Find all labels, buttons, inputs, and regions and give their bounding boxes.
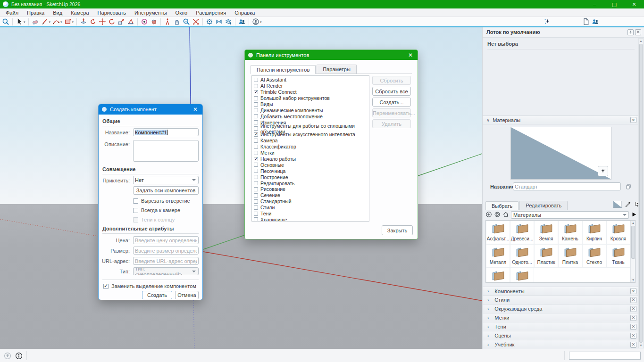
tray-section-header[interactable]: ›Компоненты✕: [483, 287, 638, 296]
set-axes-button[interactable]: Задать оси компонентов: [133, 186, 199, 195]
close-icon[interactable]: ✕: [630, 117, 636, 123]
menu-item[interactable]: Окно: [171, 8, 192, 17]
menu-item[interactable]: Файл: [1, 8, 23, 17]
geolocation-icon[interactable]: [4, 352, 11, 360]
shape-rectangle-button[interactable]: ▾: [63, 17, 75, 26]
toolbar-list-item[interactable]: AI Render: [252, 83, 369, 89]
materials-section-header[interactable]: ∨ Материалы ✕: [483, 115, 638, 124]
tape-measure-button[interactable]: [126, 17, 135, 26]
pencil-button[interactable]: ▾: [40, 17, 52, 26]
toolbar-list-item[interactable]: Тени: [252, 211, 369, 217]
eraser-button[interactable]: [31, 17, 40, 26]
material-folder[interactable]: Кровля: [606, 221, 630, 244]
close-icon[interactable]: ✕: [630, 315, 636, 321]
toolbar-list-item[interactable]: Начало работы: [252, 156, 369, 162]
home-icon[interactable]: [502, 211, 509, 219]
option-checkbox[interactable]: Всегда к камере: [133, 206, 190, 214]
toolbar-list-item[interactable]: Инструменты для работы со сплошными объе…: [252, 125, 369, 132]
material-folder[interactable]: Земля: [534, 221, 558, 244]
glue-dropdown[interactable]: Нет: [133, 176, 199, 184]
minimize-button[interactable]: –: [585, 0, 604, 8]
create-component-titlebar[interactable]: Создать компонент ✕: [99, 104, 202, 115]
material-folder[interactable]: Одното...: [510, 244, 534, 268]
create-button[interactable]: Создать: [142, 291, 172, 299]
attribute-input-field[interactable]: [135, 258, 197, 264]
close-icon[interactable]: ✕: [630, 333, 636, 339]
tray-section-header[interactable]: ›Окружающая среда✕: [483, 304, 638, 313]
pin-icon[interactable]: [627, 29, 634, 35]
scroll-thumb[interactable]: [631, 226, 635, 259]
toolbar-list-item[interactable]: Классификатор: [252, 144, 369, 150]
close-icon[interactable]: ✕: [630, 342, 636, 348]
scroll-down-icon[interactable]: ▼: [639, 343, 643, 348]
move-button[interactable]: [98, 17, 107, 26]
push-pull-button[interactable]: [79, 17, 88, 26]
toolbar-list-item[interactable]: Большой набор инструментов: [252, 95, 369, 101]
close-dialog-button[interactable]: Закрыть: [382, 225, 413, 235]
zoom-extents-button[interactable]: [191, 17, 201, 26]
material-folder[interactable]: Кирпич: [582, 221, 606, 244]
tab-edit[interactable]: Редактировать: [519, 201, 568, 210]
walk-button[interactable]: [163, 17, 172, 26]
measurements-input[interactable]: [569, 352, 641, 360]
toolbar-list-item[interactable]: Динамические компоненты: [252, 107, 369, 113]
toolbar-list-item[interactable]: Виды: [252, 101, 369, 107]
material-folder[interactable]: [486, 268, 510, 283]
copy-icon[interactable]: [624, 183, 633, 190]
ai-generate-material-button[interactable]: [598, 166, 608, 176]
attribute-input[interactable]: [133, 247, 199, 255]
tray-section-header[interactable]: ›Стили✕: [483, 296, 638, 304]
paint-bucket-button[interactable]: [149, 17, 159, 26]
viewport-3d[interactable]: Создать компонент ✕ Общие Название: Комп…: [0, 27, 482, 349]
scroll-thumb[interactable]: [639, 44, 643, 343]
create-material-icon[interactable]: [485, 211, 492, 219]
menu-item[interactable]: Нарисовать: [93, 8, 130, 17]
scroll-up-icon[interactable]: ▲: [639, 39, 643, 43]
attribute-input-field[interactable]: [135, 248, 197, 254]
active-material-swatch[interactable]: [613, 201, 622, 208]
tray-section-header[interactable]: ›Тени✕: [483, 322, 638, 331]
close-icon[interactable]: ✕: [630, 306, 636, 312]
collaboration-button[interactable]: [591, 17, 600, 26]
option-checkbox[interactable]: Вырезать отверстие: [133, 197, 190, 205]
look-around-button[interactable]: [140, 17, 149, 26]
toolbar-list-item[interactable]: Редактировать: [252, 180, 369, 186]
scale-button[interactable]: [117, 17, 126, 26]
material-folder[interactable]: Стекло: [582, 244, 606, 268]
toolbar-list-item[interactable]: Метки: [252, 150, 369, 156]
replace-selection-checkbox[interactable]: Заменить выделение компонентом: [103, 282, 196, 290]
maximize-button[interactable]: ▢: [604, 0, 624, 8]
attribute-input[interactable]: [133, 257, 199, 265]
soften-edges-button[interactable]: [214, 17, 224, 26]
new-document-button[interactable]: [581, 17, 591, 26]
menu-item[interactable]: Вид: [49, 8, 67, 17]
ai-sparkle-button[interactable]: [543, 17, 552, 26]
toolbar-list-item[interactable]: Основные: [252, 162, 369, 168]
tray-section-header[interactable]: ›Метки✕: [483, 313, 638, 322]
scroll-up-icon[interactable]: ▲: [631, 221, 636, 225]
toolbar-list-item[interactable]: Добавить местоположение: [252, 113, 369, 119]
attribute-input[interactable]: [133, 236, 199, 244]
cancel-button[interactable]: Отмена: [175, 291, 199, 299]
material-folder[interactable]: Древеси...: [510, 221, 534, 244]
default-material-icon[interactable]: [494, 211, 501, 219]
close-icon[interactable]: ✕: [630, 297, 636, 303]
toolbar-list-item[interactable]: Хранилище: [252, 216, 369, 222]
eyedropper-icon[interactable]: [625, 201, 632, 208]
menu-item[interactable]: Расширения: [192, 8, 230, 17]
material-folder[interactable]: [510, 268, 534, 283]
component-name-input[interactable]: Компонент#1: [133, 128, 199, 136]
toolbar-list-item[interactable]: Инструменты искусственного интеллекта: [252, 132, 369, 138]
tray-scrollbar[interactable]: ▲ ▼: [638, 38, 644, 348]
attribute-input-field[interactable]: [135, 238, 197, 243]
menu-item[interactable]: Правка: [23, 8, 49, 17]
materials-grid-scrollbar[interactable]: ▲ ▼: [630, 221, 635, 282]
toolbar-list-item[interactable]: Сечение: [252, 192, 369, 198]
toolbar-list-item[interactable]: Рисование: [252, 186, 369, 192]
material-folder[interactable]: Пластик: [534, 244, 558, 268]
menu-item[interactable]: Камера: [67, 8, 93, 17]
material-name-input[interactable]: [513, 182, 621, 190]
description-textarea[interactable]: [133, 140, 199, 162]
toolbar-list-item[interactable]: Стили: [252, 205, 369, 211]
close-icon[interactable]: ✕: [630, 324, 636, 330]
